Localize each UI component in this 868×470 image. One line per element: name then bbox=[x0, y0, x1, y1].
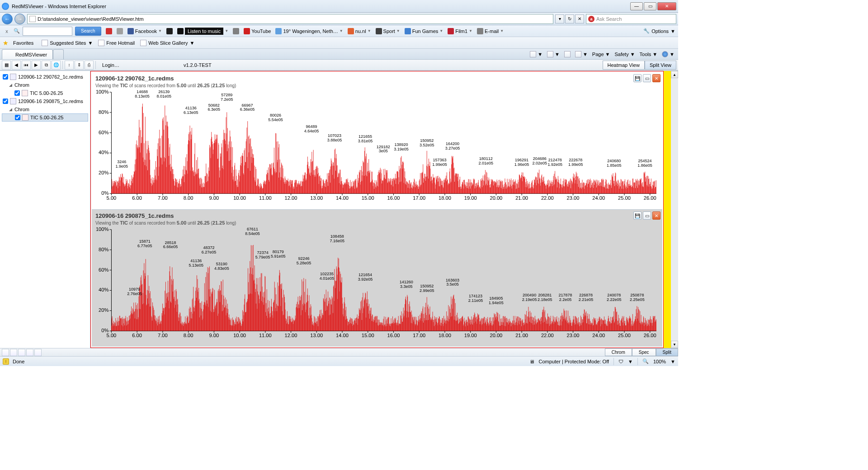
toolbar-link-2[interactable]: Facebook▼ bbox=[126, 27, 164, 36]
tree-checkbox[interactable] bbox=[15, 115, 20, 120]
link-icon bbox=[177, 28, 184, 34]
tree-tic-5[interactable]: TIC 5.00-26.25 bbox=[2, 113, 88, 122]
status-zoom[interactable]: 100% bbox=[653, 359, 666, 364]
toolbar-search-button[interactable]: Search bbox=[75, 27, 101, 36]
app-btn-export[interactable]: ⎙ bbox=[85, 61, 94, 70]
toolbar-link-5[interactable] bbox=[231, 27, 241, 36]
options-icon: 🔧 bbox=[643, 28, 650, 34]
cmd-print[interactable]: ▼ bbox=[575, 51, 588, 57]
status-done: Done bbox=[13, 359, 24, 364]
chart-window-icon-button[interactable]: ▭ bbox=[643, 74, 651, 82]
tab-redmsviewer[interactable]: RedMSViewer bbox=[2, 49, 53, 59]
app-login-link[interactable]: Login… bbox=[102, 62, 119, 68]
footer-btn-1[interactable] bbox=[2, 349, 9, 356]
heatmap-view-tab[interactable]: Heatmap View bbox=[603, 61, 645, 70]
scroll-down-button[interactable]: ▼ bbox=[671, 341, 678, 348]
svg-text:23.00: 23.00 bbox=[567, 333, 580, 338]
toolbar-link-10[interactable]: Fun Games▼ bbox=[403, 27, 445, 36]
cmd-help[interactable]: ▼ bbox=[662, 51, 675, 57]
footer-tab-chrom[interactable]: Chrom bbox=[605, 348, 632, 356]
tree-file-0[interactable]: 120906-12 290762_1c.redms bbox=[2, 73, 88, 81]
selection-strip[interactable] bbox=[664, 71, 671, 348]
footer-btn-5[interactable] bbox=[34, 349, 42, 356]
fav-item-2[interactable]: Web Slice Gallery▼ bbox=[140, 40, 194, 46]
cmd-feeds[interactable]: ▼ bbox=[547, 51, 560, 57]
tree-tic-2[interactable]: TIC 5.00-26.25 bbox=[2, 89, 88, 97]
disclosure-icon[interactable]: ◢ bbox=[8, 83, 13, 87]
stop-button[interactable]: ✕ bbox=[575, 14, 584, 24]
footer-btn-4[interactable] bbox=[26, 349, 33, 356]
tree-checkbox[interactable] bbox=[14, 90, 20, 96]
close-button[interactable]: ✕ bbox=[657, 2, 676, 10]
maximize-button[interactable]: ▭ bbox=[644, 2, 656, 10]
toolbar-link-6[interactable]: YouTube bbox=[242, 27, 273, 36]
minimize-button[interactable]: — bbox=[630, 2, 643, 10]
svg-text:60%: 60% bbox=[99, 267, 109, 273]
tree-file-3[interactable]: 120906-16 290875_1c.redms bbox=[2, 97, 88, 105]
app-btn-overlay[interactable]: ⧉ bbox=[42, 61, 51, 70]
toolbar-link-11[interactable]: Film1▼ bbox=[446, 27, 474, 36]
split-view-tab[interactable]: Split View bbox=[645, 61, 676, 70]
disclosure-icon[interactable]: ◢ bbox=[8, 107, 13, 112]
cmd-page[interactable]: Page▼ bbox=[592, 52, 610, 57]
warning-icon[interactable]: ! bbox=[3, 358, 9, 365]
app-btn-globe[interactable]: 🌐 bbox=[52, 61, 61, 70]
svg-text:21.00: 21.00 bbox=[515, 333, 528, 338]
toolbar-link-3[interactable] bbox=[165, 27, 175, 36]
footer-tab-spec[interactable]: Spec bbox=[632, 348, 656, 356]
toolbar-options[interactable]: 🔧 Options ▼ bbox=[643, 28, 675, 34]
chromatogram-plot[interactable]: 0%20%40%60%80%100%5.006.007.008.009.0010… bbox=[95, 90, 659, 202]
app-btn-next[interactable]: ▶ bbox=[32, 61, 41, 70]
chart-close-button[interactable]: ✕ bbox=[652, 212, 660, 220]
new-tab-button[interactable] bbox=[53, 49, 64, 59]
tree-group-1[interactable]: ◢Chrom bbox=[2, 81, 88, 89]
app-btn-1[interactable]: ▦ bbox=[2, 61, 11, 70]
tree-group-4[interactable]: ◢Chrom bbox=[2, 105, 88, 113]
status-bar: ! Done 🖥 Computer | Protected Mode: Off … bbox=[0, 356, 678, 366]
toolbar-link-12[interactable]: E-mail▼ bbox=[475, 27, 505, 36]
toolbar-link-1[interactable] bbox=[115, 27, 125, 36]
cmd-mail[interactable] bbox=[564, 51, 571, 57]
toolbar-search-input[interactable] bbox=[23, 27, 72, 36]
app-btn-prev[interactable]: ◀ bbox=[12, 61, 21, 70]
fav-item-0[interactable]: Suggested Sites▼ bbox=[42, 40, 93, 46]
refresh-button[interactable]: ↻ bbox=[565, 14, 574, 24]
browser-search-box[interactable]: a Ask Search bbox=[586, 14, 676, 24]
app-btn-zoomin[interactable]: ↕ bbox=[65, 61, 74, 70]
chart-window-icon-button[interactable]: ▭ bbox=[643, 212, 651, 220]
cmd-home[interactable]: ▼ bbox=[530, 51, 542, 57]
footer-tab-split[interactable]: Split bbox=[656, 348, 678, 356]
favorites-star-icon[interactable]: ★ bbox=[3, 39, 9, 47]
chromatogram-plot[interactable]: 0%20%40%60%80%100%5.006.007.008.009.0010… bbox=[95, 227, 659, 339]
toolbar-close-icon[interactable]: x bbox=[3, 27, 11, 35]
print-icon bbox=[575, 51, 581, 57]
favorites-label[interactable]: Favorites bbox=[13, 40, 33, 46]
scroll-track[interactable] bbox=[671, 78, 678, 341]
footer-btn-3[interactable] bbox=[18, 349, 25, 356]
tree-checkbox[interactable] bbox=[3, 99, 8, 104]
chart-close-button[interactable]: ✕ bbox=[652, 74, 660, 82]
status-zone-icon[interactable]: 🛡 bbox=[618, 359, 623, 364]
toolbar-link-8[interactable]: nu.nl▼ bbox=[346, 27, 373, 36]
app-btn-zoomout[interactable]: ⇕ bbox=[75, 61, 84, 70]
address-bar[interactable]: D:\standalone_viewer\viewer\RedMSViewer.… bbox=[27, 14, 553, 24]
app-btn-first[interactable]: ⏮ bbox=[22, 61, 31, 70]
toolbar-link-4[interactable]: Listen to music▼ bbox=[175, 27, 230, 36]
scroll-up-button[interactable]: ▲ bbox=[671, 71, 678, 78]
toolbar-link-7[interactable]: 19° Wageningen, Neth…▼ bbox=[274, 27, 344, 36]
cmd-tools[interactable]: Tools▼ bbox=[640, 52, 658, 57]
chart-save-icon-button[interactable]: 💾 bbox=[633, 212, 642, 220]
back-button[interactable]: ← bbox=[2, 14, 13, 24]
toolbar-link-0[interactable] bbox=[104, 27, 114, 36]
cmd-safety[interactable]: Safety▼ bbox=[614, 52, 635, 57]
tree-checkbox[interactable] bbox=[3, 74, 8, 80]
toolbar-link-9[interactable]: Sport▼ bbox=[374, 27, 402, 36]
vertical-scrollbar[interactable]: ▲ ▼ bbox=[671, 71, 678, 348]
compat-view-button[interactable]: ▾ bbox=[555, 14, 564, 24]
footer-btn-2[interactable] bbox=[10, 349, 17, 356]
fav-item-1[interactable]: Free Hotmail bbox=[98, 40, 135, 46]
forward-button[interactable]: → bbox=[14, 14, 25, 24]
chart-save-icon-button[interactable]: 💾 bbox=[633, 74, 642, 82]
zoom-icon[interactable]: 🔍 bbox=[642, 358, 649, 364]
svg-text:6.00: 6.00 bbox=[132, 195, 142, 201]
